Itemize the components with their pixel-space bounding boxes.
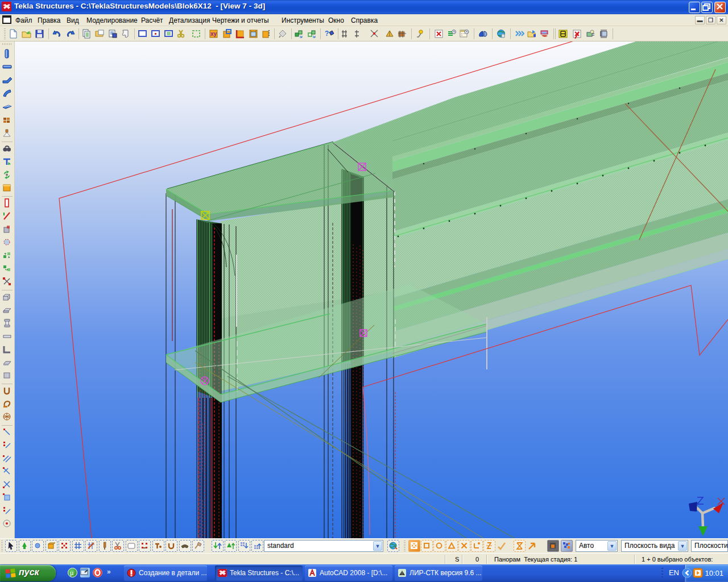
svg-text:xy: xy [210, 31, 217, 37]
svg-text:?: ? [325, 30, 329, 38]
svg-text:µ: µ [70, 569, 74, 576]
